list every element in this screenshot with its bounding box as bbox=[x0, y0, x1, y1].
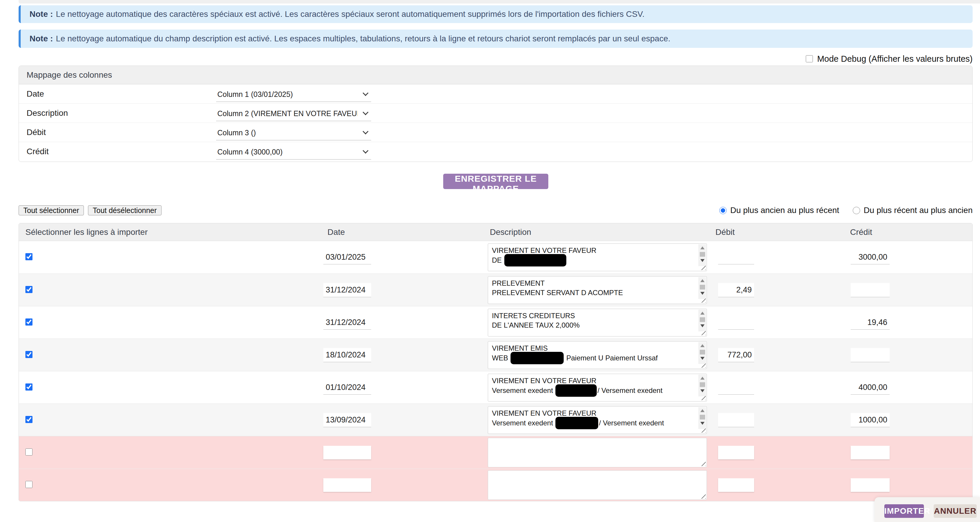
debit-input[interactable] bbox=[718, 446, 754, 460]
date-input[interactable] bbox=[323, 250, 371, 264]
credit-input[interactable] bbox=[851, 316, 890, 330]
table-body: VIREMENT EN VOTRE FAVEUR DE PRELEVEMENT … bbox=[19, 241, 972, 501]
mapping-row-description: Description Column 2 (VIREMENT EN VOTRE … bbox=[19, 104, 972, 123]
table-row: INTERETS CREDITEURS DE L'ANNEE TAUX 2,00… bbox=[19, 306, 972, 338]
debit-input[interactable] bbox=[718, 478, 754, 492]
note-label: Note : bbox=[30, 10, 53, 19]
scrollbar-thumb[interactable] bbox=[700, 285, 705, 289]
arrow-up-icon[interactable] bbox=[700, 344, 705, 347]
cancel-button[interactable]: ANNULER bbox=[934, 504, 977, 518]
arrow-up-icon[interactable] bbox=[700, 312, 705, 314]
description-line2-suffix: Paiement U Paiement Urssaf bbox=[564, 354, 657, 362]
resize-grip-icon[interactable] bbox=[701, 494, 706, 499]
description-textarea[interactable]: INTERETS CREDITEURS DE L'ANNEE TAUX 2,00… bbox=[488, 309, 707, 337]
debit-input[interactable] bbox=[718, 348, 754, 362]
credit-input[interactable] bbox=[851, 478, 890, 492]
row-select-checkbox[interactable] bbox=[25, 383, 32, 391]
textarea-scrollbar[interactable] bbox=[698, 375, 706, 396]
description-textarea[interactable]: PRELEVEMENT PRELEVEMENT SERVANT D ACOMPT… bbox=[488, 276, 707, 304]
credit-input[interactable] bbox=[851, 250, 890, 264]
description-textarea[interactable]: VIREMENT EN VOTRE FAVEUR Versement exede… bbox=[488, 406, 707, 434]
sort-oldest-first-radio[interactable] bbox=[719, 207, 727, 214]
description-line2: DE L'ANNEE TAUX 2,000% bbox=[492, 321, 580, 329]
header-description: Description bbox=[485, 227, 709, 237]
description-line2: Versement exedent bbox=[492, 386, 555, 394]
description-textarea[interactable]: VIREMENT EMIS WEB Paiement U Paiement Ur… bbox=[488, 341, 707, 369]
sort-newest-first-radio[interactable] bbox=[853, 207, 860, 214]
scrollbar-thumb[interactable] bbox=[700, 350, 705, 354]
date-column-select[interactable]: Column 1 (03/01/2025) bbox=[216, 86, 371, 102]
scrollbar-thumb[interactable] bbox=[700, 252, 705, 257]
table-row bbox=[19, 436, 972, 469]
arrow-down-icon[interactable] bbox=[700, 324, 705, 327]
header-credit: Crédit bbox=[845, 227, 973, 237]
header-select-lines: Sélectionner les lignes à importer bbox=[19, 227, 319, 237]
debit-input[interactable] bbox=[718, 413, 754, 427]
date-input[interactable] bbox=[323, 283, 371, 297]
textarea-scrollbar[interactable] bbox=[698, 277, 706, 299]
credit-column-select[interactable]: Column 4 (3000,00) bbox=[216, 144, 371, 160]
arrow-up-icon[interactable] bbox=[700, 246, 705, 249]
description-textarea[interactable]: VIREMENT EN VOTRE FAVEUR Versement exede… bbox=[488, 374, 707, 401]
sort-oldest-first-option[interactable]: Du plus ancien au plus récent bbox=[719, 206, 839, 215]
scrollbar-thumb[interactable] bbox=[700, 415, 705, 420]
description-line2: PRELEVEMENT SERVANT D ACOMPTE bbox=[492, 289, 623, 297]
scrollbar-thumb[interactable] bbox=[700, 317, 705, 322]
debit-column-select[interactable]: Column 3 () bbox=[216, 125, 371, 140]
date-input[interactable] bbox=[323, 413, 371, 427]
arrow-down-icon[interactable] bbox=[700, 259, 705, 262]
date-input[interactable] bbox=[323, 348, 371, 362]
deselect-all-button[interactable]: Tout désélectionner bbox=[88, 205, 162, 216]
arrow-down-icon[interactable] bbox=[700, 292, 705, 295]
debug-mode-checkbox[interactable] bbox=[806, 55, 813, 62]
arrow-down-icon[interactable] bbox=[700, 422, 705, 425]
textarea-scrollbar[interactable] bbox=[698, 407, 706, 429]
row-select-checkbox[interactable] bbox=[25, 286, 32, 293]
credit-input[interactable] bbox=[851, 446, 890, 460]
arrow-down-icon[interactable] bbox=[700, 357, 705, 360]
description-column-select[interactable]: Column 2 (VIREMENT EN VOTRE FAVEUR DE MI… bbox=[216, 106, 371, 121]
textarea-scrollbar[interactable] bbox=[698, 342, 706, 364]
transactions-table: Sélectionner les lignes à importer Date … bbox=[19, 223, 973, 501]
description-textarea[interactable]: VIREMENT EN VOTRE FAVEUR DE bbox=[488, 243, 707, 271]
header-date: Date bbox=[319, 227, 485, 237]
credit-input[interactable] bbox=[851, 413, 890, 427]
save-mapping-button[interactable]: ENREGISTRER LE MAPPAGE bbox=[443, 174, 548, 189]
resize-grip-icon[interactable] bbox=[701, 461, 706, 466]
credit-input[interactable] bbox=[851, 348, 890, 362]
row-select-checkbox[interactable] bbox=[25, 416, 32, 423]
table-header-row: Sélectionner les lignes à importer Date … bbox=[19, 223, 972, 241]
debit-input[interactable] bbox=[718, 380, 754, 395]
date-input[interactable] bbox=[323, 380, 371, 395]
note-text: Le nettoyage automatique du champ descri… bbox=[56, 34, 670, 43]
description-textarea[interactable] bbox=[488, 470, 707, 500]
arrow-up-icon[interactable] bbox=[700, 377, 705, 380]
scrollbar-thumb[interactable] bbox=[700, 382, 705, 387]
textarea-scrollbar[interactable] bbox=[698, 244, 706, 266]
mapping-label-description: Description bbox=[19, 109, 68, 118]
date-input[interactable] bbox=[323, 446, 371, 460]
import-button[interactable]: IMPORTER bbox=[885, 504, 924, 518]
credit-input[interactable] bbox=[851, 380, 890, 395]
table-row: PRELEVEMENT PRELEVEMENT SERVANT D ACOMPT… bbox=[19, 273, 972, 306]
row-select-checkbox[interactable] bbox=[25, 351, 32, 358]
debit-input[interactable] bbox=[718, 316, 754, 330]
arrow-up-icon[interactable] bbox=[700, 279, 705, 282]
table-row: VIREMENT EN VOTRE FAVEUR Versement exede… bbox=[19, 371, 972, 404]
row-select-checkbox[interactable] bbox=[25, 318, 32, 326]
debit-input[interactable] bbox=[718, 250, 754, 264]
row-select-checkbox[interactable] bbox=[25, 253, 32, 260]
debug-mode-label[interactable]: Mode Debug (Afficher les valeurs brutes) bbox=[817, 54, 973, 64]
debit-input[interactable] bbox=[718, 283, 754, 297]
row-select-checkbox[interactable] bbox=[25, 449, 32, 455]
row-select-checkbox[interactable] bbox=[25, 481, 32, 488]
textarea-scrollbar[interactable] bbox=[698, 310, 706, 332]
date-input[interactable] bbox=[323, 478, 371, 492]
credit-input[interactable] bbox=[851, 283, 890, 297]
arrow-down-icon[interactable] bbox=[700, 390, 705, 392]
arrow-up-icon[interactable] bbox=[700, 409, 705, 412]
description-textarea[interactable] bbox=[488, 438, 707, 467]
select-all-button[interactable]: Tout sélectionner bbox=[19, 205, 84, 216]
sort-newest-first-option[interactable]: Du plus récent au plus ancien bbox=[853, 206, 973, 215]
date-input[interactable] bbox=[323, 316, 371, 330]
